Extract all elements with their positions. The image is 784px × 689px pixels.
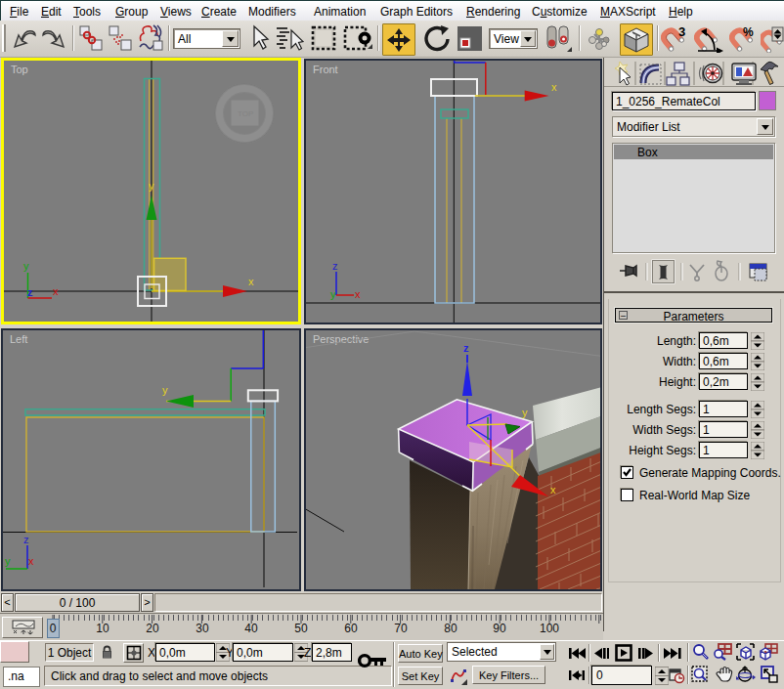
svg-text:TOP: TOP bbox=[238, 109, 253, 118]
svg-text:x: x bbox=[248, 276, 254, 287]
svg-text:z: z bbox=[332, 260, 338, 272]
svg-text:x: x bbox=[53, 285, 59, 297]
svg-text:x: x bbox=[28, 555, 34, 567]
svg-text:y: y bbox=[330, 288, 336, 300]
svg-text:y: y bbox=[522, 407, 528, 418]
svg-text:x: x bbox=[550, 484, 556, 495]
svg-text:x: x bbox=[355, 288, 361, 300]
svg-text:z: z bbox=[463, 342, 469, 354]
svg-text:x: x bbox=[551, 81, 557, 93]
svg-text:z: z bbox=[27, 286, 33, 298]
svg-text:y: y bbox=[149, 180, 154, 192]
svg-text:y: y bbox=[5, 555, 11, 567]
svg-text:%: % bbox=[743, 25, 754, 39]
svg-text:y: y bbox=[162, 384, 168, 396]
svg-text:y: y bbox=[23, 260, 29, 272]
svg-text:z: z bbox=[23, 534, 29, 545]
svg-text:3: 3 bbox=[678, 25, 685, 39]
